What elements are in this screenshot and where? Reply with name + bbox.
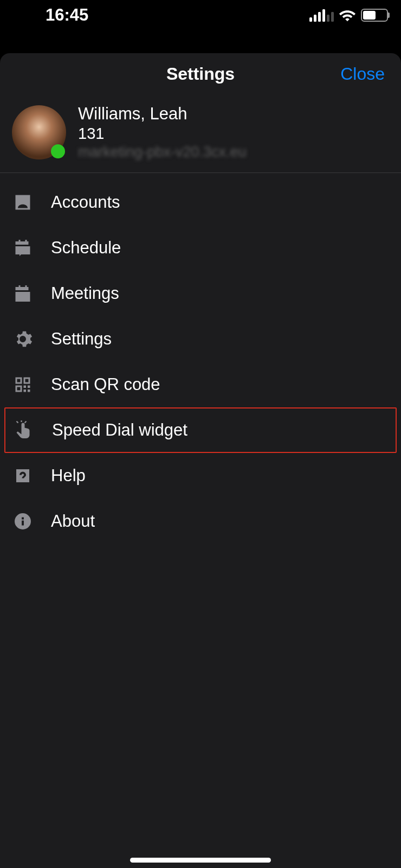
menu-item-help[interactable]: Help [0,453,401,499]
menu-label: Scan QR code [51,375,160,394]
status-time: 16:45 [46,5,88,25]
calendar-edit-icon [12,237,34,259]
menu-label: About [51,512,95,531]
menu-item-about[interactable]: About [0,499,401,544]
menu-label: Speed Dial widget [52,420,187,440]
tap-icon [13,419,35,441]
menu-item-settings[interactable]: Settings [0,316,401,362]
menu-label: Help [51,466,86,486]
profile-name: Williams, Leah [78,104,247,124]
info-icon [12,510,34,532]
profile-row[interactable]: Williams, Leah 131 marketing-pbx-v20.3cx… [0,94,401,173]
close-button[interactable]: Close [340,64,385,84]
avatar [12,105,66,159]
menu-item-accounts[interactable]: Accounts [0,180,401,225]
menu-item-meetings[interactable]: Meetings [0,271,401,316]
profile-extension: 131 [78,125,247,143]
settings-menu: Accounts Schedule Meetings Settings Scan [0,173,401,544]
menu-item-schedule[interactable]: Schedule [0,225,401,271]
status-bar: 16:45 [0,0,401,30]
profile-server: marketing-pbx-v20.3cx.eu [78,144,247,161]
qr-icon [12,374,34,395]
presence-indicator [51,144,65,158]
menu-item-scan-qr[interactable]: Scan QR code [0,362,401,407]
help-icon [12,465,34,487]
wifi-icon [339,9,355,22]
page-title: Settings [166,64,235,84]
home-indicator[interactable] [130,858,271,863]
panel-header: Settings Close [0,53,401,94]
menu-item-speed-dial[interactable]: Speed Dial widget [4,407,397,453]
menu-label: Meetings [51,284,119,303]
calendar-icon [12,283,34,304]
cellular-icon [309,9,334,22]
person-icon [12,192,34,213]
status-indicators [309,9,388,22]
menu-label: Accounts [51,193,120,212]
menu-label: Settings [51,329,112,349]
battery-icon [361,9,388,22]
menu-label: Schedule [51,238,121,258]
settings-panel: Settings Close Williams, Leah 131 market… [0,53,401,868]
gear-icon [12,328,34,350]
